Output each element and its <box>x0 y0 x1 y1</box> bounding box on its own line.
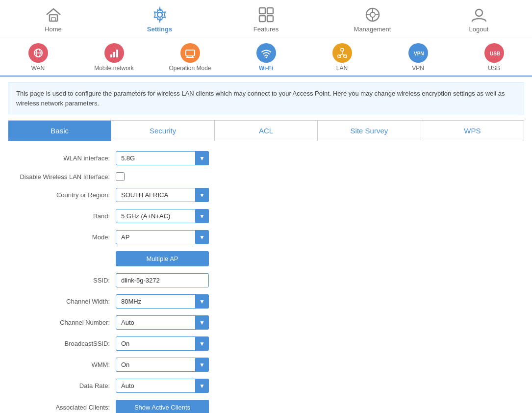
broadcast-ssid-control: On Off ▼ <box>116 336 209 351</box>
wmm-select-wrapper: On Off ▼ <box>116 358 209 372</box>
country-region-control: SOUTH AFRICA USA EU ▼ <box>116 188 209 202</box>
subnav-usb-label: USB <box>488 65 500 72</box>
subnav-operation-mode-label: Operation Mode <box>169 65 211 72</box>
band-select[interactable]: 5 GHz (A+N+AC) 5 GHz (A+N) 5 GHz (A) <box>116 209 209 223</box>
channel-number-label: Channel Number: <box>8 319 116 326</box>
nav-home-label: Home <box>45 26 62 33</box>
subnav-wifi-label: Wi-Fi <box>259 65 273 72</box>
tab-bar: Basic Security ACL Site Survey WPS <box>8 120 524 141</box>
channel-number-select[interactable]: Auto 36 40 44 48 <box>116 315 209 330</box>
show-active-clients-button[interactable]: Show Active Clients <box>116 400 209 413</box>
svg-point-8 <box>370 12 375 17</box>
svg-rect-5 <box>259 16 265 22</box>
svg-text:USB: USB <box>490 51 500 56</box>
ssid-input[interactable] <box>116 273 209 287</box>
data-rate-select-wrapper: Auto 6 12 24 54 ▼ <box>116 379 209 393</box>
ssid-row: SSID: <box>8 273 524 287</box>
nav-management[interactable]: Management <box>319 4 426 35</box>
subnav-wan-label: WAN <box>31 65 45 72</box>
mode-select[interactable]: AP Client WDS <box>116 230 209 244</box>
subnav-wan[interactable]: WAN <box>0 41 76 74</box>
vpn-icon: VPN <box>408 43 428 63</box>
nav-settings[interactable]: Settings <box>106 4 213 35</box>
disable-wireless-checkbox[interactable] <box>116 172 125 181</box>
subnav-wifi[interactable]: Wi-Fi <box>228 41 304 74</box>
nav-logout[interactable]: Logout <box>426 4 532 35</box>
disable-wireless-control <box>116 172 125 181</box>
channel-number-select-wrapper: Auto 36 40 44 48 ▼ <box>116 315 209 330</box>
channel-number-row: Channel Number: Auto 36 40 44 48 ▼ <box>8 315 524 330</box>
channel-width-control: 80MHz 40MHz 20MHz ▼ <box>116 294 209 309</box>
nav-features-label: Features <box>253 26 279 33</box>
subnav-operation-mode[interactable]: Operation Mode <box>152 41 228 74</box>
wmm-control: On Off ▼ <box>116 358 209 372</box>
tab-security[interactable]: Security <box>111 121 214 141</box>
country-region-row: Country or Region: SOUTH AFRICA USA EU ▼ <box>8 188 524 202</box>
band-select-wrapper: 5 GHz (A+N+AC) 5 GHz (A+N) 5 GHz (A) ▼ <box>116 209 209 223</box>
wmm-select[interactable]: On Off <box>116 358 209 372</box>
ssid-control <box>116 273 209 287</box>
country-region-select[interactable]: SOUTH AFRICA USA EU <box>116 188 209 202</box>
associated-clients-label: Associated Clients: <box>8 404 116 411</box>
mobile-network-icon <box>104 43 124 63</box>
svg-rect-6 <box>267 16 273 22</box>
tab-acl[interactable]: ACL <box>215 121 318 141</box>
mode-label: Mode: <box>8 233 116 241</box>
subnav-usb[interactable]: USB USB <box>456 41 532 74</box>
svg-rect-18 <box>113 52 115 57</box>
tab-site-survey[interactable]: Site Survey <box>318 121 421 141</box>
subnav-vpn-label: VPN <box>412 65 424 72</box>
data-rate-row: Data Rate: Auto 6 12 24 54 ▼ <box>8 379 524 393</box>
tab-wps[interactable]: WPS <box>421 121 524 141</box>
svg-rect-20 <box>186 50 195 56</box>
wlan-interface-row: WLAN interface: 5.8G 2.4G ▼ <box>8 151 524 165</box>
wlan-interface-control: 5.8G 2.4G ▼ <box>116 151 209 165</box>
wlan-interface-select-wrapper: 5.8G 2.4G ▼ <box>116 151 209 165</box>
disable-wireless-row: Disable Wireless LAN Interface: <box>8 172 524 181</box>
associated-clients-control: Show Active Clients <box>116 400 209 413</box>
data-rate-label: Data Rate: <box>8 382 116 389</box>
mode-select-wrapper: AP Client WDS ▼ <box>116 230 209 244</box>
channel-width-select-wrapper: 80MHz 40MHz 20MHz ▼ <box>116 294 209 309</box>
wmm-label: WMM: <box>8 361 116 368</box>
band-control: 5 GHz (A+N+AC) 5 GHz (A+N) 5 GHz (A) ▼ <box>116 209 209 223</box>
country-region-select-wrapper: SOUTH AFRICA USA EU ▼ <box>116 188 209 202</box>
svg-rect-3 <box>259 8 265 14</box>
nav-settings-label: Settings <box>147 26 172 33</box>
data-rate-select[interactable]: Auto 6 12 24 54 <box>116 379 209 393</box>
multiple-ap-button[interactable]: Multiple AP <box>116 251 209 266</box>
broadcast-ssid-select[interactable]: On Off <box>116 336 209 351</box>
nav-home[interactable]: Home <box>0 4 106 35</box>
svg-rect-17 <box>110 54 112 57</box>
associated-clients-row: Associated Clients: Show Active Clients <box>8 400 524 413</box>
svg-point-13 <box>476 9 482 16</box>
wlan-interface-select[interactable]: 5.8G 2.4G <box>116 151 209 165</box>
svg-point-24 <box>265 57 267 58</box>
channel-number-control: Auto 36 40 44 48 ▼ <box>116 315 209 330</box>
nav-features[interactable]: Features <box>213 4 319 35</box>
broadcast-ssid-select-wrapper: On Off ▼ <box>116 336 209 351</box>
subnav-mobile-network[interactable]: Mobile network <box>76 41 152 74</box>
usb-icon: USB <box>484 43 504 63</box>
wifi-icon <box>256 43 276 63</box>
wmm-row: WMM: On Off ▼ <box>8 358 524 372</box>
channel-width-select[interactable]: 80MHz 40MHz 20MHz <box>116 294 209 309</box>
multiple-ap-row: Multiple AP <box>8 251 524 266</box>
top-navigation: Home Settings Features Management <box>0 0 532 39</box>
wlan-interface-label: WLAN interface: <box>8 155 116 162</box>
subnav-lan[interactable]: LAN <box>304 41 380 74</box>
tab-basic[interactable]: Basic <box>8 121 111 141</box>
subnav-vpn[interactable]: VPN VPN <box>380 41 456 74</box>
multiple-ap-control: Multiple AP <box>116 251 209 266</box>
data-rate-control: Auto 6 12 24 54 ▼ <box>116 379 209 393</box>
band-label: Band: <box>8 212 116 220</box>
mode-control: AP Client WDS ▼ <box>116 230 209 244</box>
subnav-lan-label: LAN <box>336 65 348 72</box>
broadcast-ssid-row: BroadcastSSID: On Off ▼ <box>8 336 524 351</box>
form-container: WLAN interface: 5.8G 2.4G ▼ Disable Wire… <box>0 141 532 413</box>
svg-text:VPN: VPN <box>414 51 424 56</box>
channel-width-label: Channel Width: <box>8 298 116 305</box>
mode-row: Mode: AP Client WDS ▼ <box>8 230 524 244</box>
disable-wireless-label: Disable Wireless LAN Interface: <box>8 173 116 181</box>
svg-rect-25 <box>341 49 344 51</box>
